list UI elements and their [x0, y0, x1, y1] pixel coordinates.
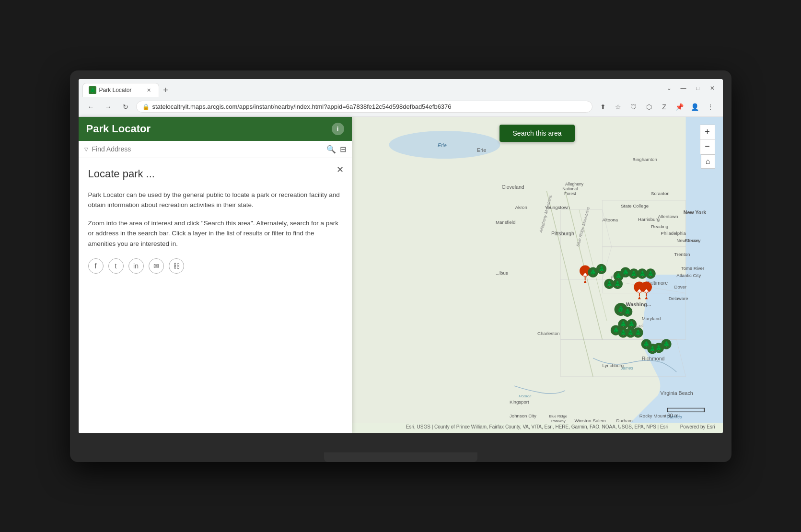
svg-text:Scranton: Scranton [651, 190, 670, 196]
app-title: Park Locator [86, 123, 151, 135]
svg-text:Edison: Edison [685, 238, 699, 243]
minimize-button[interactable]: — [677, 83, 690, 93]
menu-button[interactable]: ⋮ [704, 100, 717, 114]
svg-text:🌲: 🌲 [624, 308, 631, 315]
esri-powered-text: Powered by Esri [680, 424, 715, 429]
monitor-stand-neck [372, 433, 430, 452]
email-button[interactable]: ✉ [149, 258, 164, 274]
svg-text:🌲: 🌲 [605, 280, 613, 287]
svg-text:🌲: 🌲 [598, 266, 605, 272]
browser-chrome: 🌲 Park Locator ✕ + ⌄ — □ ✕ ← → [79, 79, 723, 117]
svg-text:State College: State College [621, 203, 649, 208]
svg-text:Blue Ridge: Blue Ridge [549, 414, 567, 418]
tab-group: 🌲 Park Locator ✕ + [82, 83, 662, 97]
svg-text:Reading: Reading [651, 224, 668, 229]
filter-icon[interactable]: ⊟ [340, 145, 346, 154]
extension-3[interactable]: Z [658, 100, 671, 114]
svg-text:New York: New York [683, 209, 706, 215]
svg-text:Forest: Forest [564, 191, 576, 196]
svg-text:Washing...: Washing... [626, 301, 651, 307]
svg-text:Cleveland: Cleveland [501, 184, 524, 189]
facebook-icon: f [95, 262, 97, 270]
maximize-button[interactable]: □ [691, 83, 705, 93]
panel-title: Locate park ... [88, 168, 342, 180]
back-button[interactable]: ← [84, 100, 98, 114]
svg-text:Johnson City: Johnson City [509, 413, 536, 418]
svg-text:National: National [562, 186, 578, 191]
close-panel-button[interactable]: ✕ [335, 164, 346, 175]
svg-text:Charleston: Charleston [537, 330, 560, 335]
svg-text:...lbus: ...lbus [495, 270, 508, 275]
refresh-button[interactable]: ↻ [119, 100, 132, 114]
share-button[interactable]: ⬆ [596, 100, 610, 114]
new-tab-button[interactable]: + [159, 83, 173, 97]
svg-text:🌲: 🌲 [630, 270, 638, 277]
link-icon: ⛓ [173, 262, 180, 270]
svg-text:Richmond: Richmond [641, 355, 664, 361]
search-input[interactable] [92, 145, 323, 153]
svg-text:🌲: 🌲 [628, 321, 635, 327]
copy-link-button[interactable]: ⛓ [169, 258, 184, 274]
search-dropdown-arrow[interactable]: ▽ [84, 147, 88, 152]
extension-2[interactable]: ⬡ [642, 100, 656, 114]
svg-text:Altoona: Altoona [602, 217, 618, 222]
svg-text:Mansfield: Mansfield [495, 219, 515, 224]
search-icon[interactable]: 🔍 [326, 145, 336, 154]
map-background: Erie Al [352, 117, 723, 423]
svg-text:Winston-Salem: Winston-Salem [574, 417, 605, 423]
map-attribution: Esri, USGS | County of Prince William, F… [352, 424, 723, 429]
address-bar[interactable]: 🔒 statelocaltryit.maps.arcgis.com/apps/i… [136, 101, 592, 113]
nav-actions: ⬆ ☆ 🛡 ⬡ Z 📌 👤 ⋮ [596, 100, 717, 114]
twitter-button[interactable]: t [108, 258, 124, 274]
svg-text:Virginia Beach: Virginia Beach [660, 390, 693, 396]
bookmark-button[interactable]: ☆ [612, 100, 625, 114]
svg-text:Allegheny: Allegheny [565, 182, 584, 186]
description-1: Park Locator can be used by the general … [88, 190, 342, 210]
tab-bar: 🌲 Park Locator ✕ + ⌄ — □ ✕ [79, 79, 723, 97]
svg-text:Parkway: Parkway [551, 418, 566, 423]
description-2: Zoom into the area of interest and click… [88, 218, 342, 249]
tab-close-button[interactable]: ✕ [145, 86, 153, 94]
screen: 🌲 Park Locator ✕ + ⌄ — □ ✕ ← → [79, 79, 723, 433]
svg-text:Pittsburgh: Pittsburgh [551, 230, 574, 236]
email-icon: ✉ [153, 262, 159, 270]
search-bar: ▽ 🔍 ⊟ [79, 141, 352, 158]
svg-text:Akron: Akron [515, 204, 527, 209]
svg-text:Holston: Holston [519, 394, 531, 398]
info-button[interactable]: i [332, 123, 344, 135]
zoom-out-button[interactable]: − [700, 139, 715, 154]
svg-text:🌲: 🌲 [619, 321, 627, 327]
svg-text:Kingsport: Kingsport [509, 399, 529, 404]
home-button[interactable]: ⌂ [701, 154, 715, 169]
svg-text:Toms River: Toms River [681, 266, 704, 271]
window-controls: ⌄ — □ ✕ [662, 83, 719, 97]
tab-menu-button[interactable]: ⌄ [662, 83, 676, 93]
map-area[interactable]: Erie Al [352, 117, 723, 433]
svg-text:Trenton: Trenton [674, 252, 690, 257]
twitter-icon: t [115, 262, 117, 270]
active-tab[interactable]: 🌲 Park Locator ✕ [82, 83, 159, 97]
social-icons: f t in ✉ ⛓ [88, 258, 342, 274]
svg-text:Philadelphia: Philadelphia [661, 230, 686, 235]
search-this-area-button[interactable]: Search this area [499, 125, 575, 142]
svg-text:Lynchburg: Lynchburg [602, 363, 624, 368]
monitor: 🌲 Park Locator ✕ + ⌄ — □ ✕ ← → [70, 70, 731, 462]
svg-text:Binghamton: Binghamton [632, 156, 657, 162]
svg-text:🌲: 🌲 [638, 270, 646, 277]
svg-text:🌲: 🌲 [634, 329, 641, 335]
sidebar-header: Park Locator i [79, 117, 352, 141]
svg-text:Allentown: Allentown [658, 213, 678, 219]
svg-text:🌲: 🌲 [622, 268, 629, 275]
linkedin-button[interactable]: in [128, 258, 144, 274]
lock-icon: 🔒 [142, 104, 150, 110]
forward-button[interactable]: → [102, 100, 115, 114]
tab-title: Park Locator [99, 87, 132, 93]
extension-4[interactable]: 📌 [673, 100, 686, 114]
profile-button[interactable]: 👤 [688, 100, 702, 114]
sidebar: Park Locator i ▽ 🔍 ⊟ ✕ Locate park ... P… [79, 117, 352, 433]
facebook-button[interactable]: f [88, 258, 104, 274]
extension-1[interactable]: 🛡 [627, 100, 640, 114]
close-window-button[interactable]: ✕ [706, 83, 719, 93]
zoom-in-button[interactable]: + [700, 125, 715, 139]
linkedin-icon: in [133, 262, 139, 270]
